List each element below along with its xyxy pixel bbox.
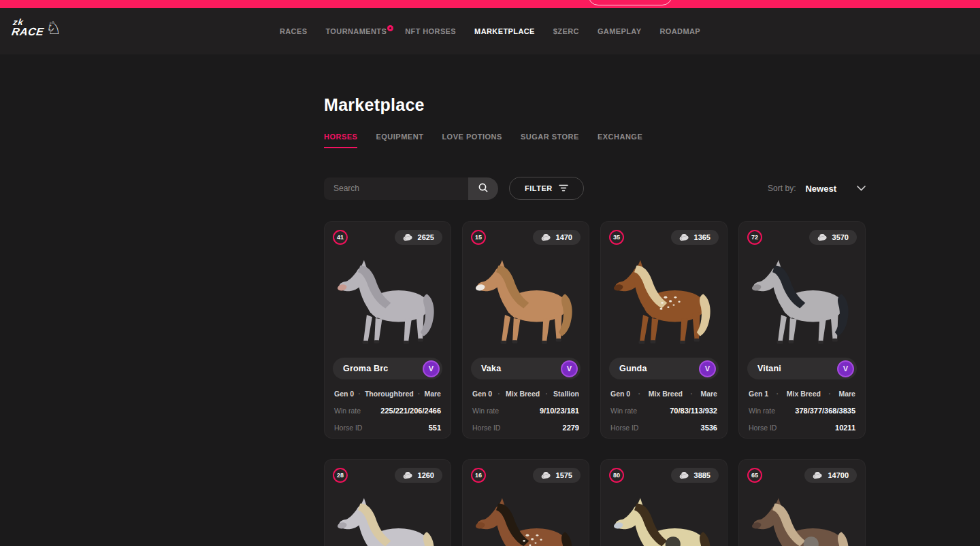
coin-icon: [679, 472, 689, 479]
verified-badge: V: [423, 360, 440, 377]
promo-banner: $ZERC Air Drop CLAIM NOW: [0, 0, 980, 8]
win-rate-row: Win rate 225/221/206/2466: [333, 407, 442, 415]
nav-item-roadmap[interactable]: ROADMAP: [659, 27, 700, 35]
win-rate-label: Win rate: [610, 407, 637, 415]
horse-meta-row: Gen 0 · Mix Breed · Mare: [609, 390, 719, 398]
horse-image: [471, 245, 581, 355]
horse-image: [747, 483, 857, 546]
filter-button[interactable]: FILTER: [509, 177, 584, 200]
horse-sex: Mare: [424, 390, 441, 398]
coin-icon: [679, 234, 689, 241]
marketplace-tabs: HORSESEQUIPMENTLOVE POTIONSSUGAR STOREEX…: [324, 133, 866, 148]
horse-card[interactable]: 35 1365: [600, 221, 728, 439]
nav-item-gameplay[interactable]: GAMEPLAY: [598, 27, 642, 35]
horse-card-grid: 41 2625: [324, 221, 866, 546]
horse-meta-row: Gen 1 · Mix Breed · Mare: [747, 390, 857, 398]
horse-card[interactable]: 16 1575: [462, 459, 589, 546]
horse-id-row: Horse ID 551: [333, 424, 442, 432]
verified-badge: V: [561, 360, 578, 377]
sort-by-label: Sort by:: [768, 184, 796, 193]
logo-text-race: RACE: [11, 27, 45, 37]
horse-name-pill: Vitani V: [747, 358, 857, 379]
horse-name-pill: Gunda V: [609, 358, 719, 379]
separator-dot: ·: [358, 390, 360, 398]
price-pill: 2625: [395, 230, 442, 245]
nav-item-tournaments[interactable]: TOURNAMENTS: [325, 27, 387, 35]
horse-id-value: 551: [429, 424, 441, 432]
tab-horses[interactable]: HORSES: [324, 133, 357, 148]
horse-name: Vaka: [481, 364, 561, 373]
toolbar: FILTER Sort by: Newest: [324, 177, 866, 200]
tab-exchange[interactable]: EXCHANGE: [598, 133, 642, 148]
horse-breed: Thoroughbred: [365, 390, 414, 398]
horse-name-pill: Vaka V: [471, 358, 581, 379]
sort-value[interactable]: Newest: [805, 184, 836, 194]
win-rate-row: Win rate 70/83/113/932: [609, 407, 719, 415]
coin-icon: [541, 472, 551, 479]
horse-gen: Gen 0: [610, 390, 630, 398]
search-button[interactable]: [468, 177, 498, 200]
horse-meta-row: Gen 0 · Mix Breed · Stallion: [471, 390, 581, 398]
verified-badge: V: [699, 360, 716, 377]
separator-dot: ·: [691, 390, 693, 398]
horse-image: [747, 245, 857, 355]
level-badge: 16: [471, 468, 486, 483]
nav-item-races[interactable]: RACES: [280, 27, 308, 35]
separator-dot: ·: [638, 390, 640, 398]
tab-sugar-store[interactable]: SUGAR STORE: [521, 133, 579, 148]
horse-meta-row: Gen 0 · Thoroughbred · Mare: [333, 390, 442, 398]
level-badge: 35: [609, 230, 624, 245]
zkrace-logo[interactable]: zk RACE ♘: [11, 18, 63, 37]
level-badge: 72: [747, 230, 762, 245]
horse-card[interactable]: 80 3885: [600, 459, 728, 546]
chevron-down-icon[interactable]: [857, 186, 866, 191]
horse-image: [609, 245, 719, 355]
horse-name: Groma Brc: [343, 364, 423, 373]
win-rate-label: Win rate: [472, 407, 499, 415]
horse-card[interactable]: 65 14700: [738, 459, 866, 546]
horse-card[interactable]: 15 1470: [462, 221, 589, 439]
horse-name-pill: Groma Brc V: [333, 358, 442, 379]
horse-sex: Mare: [700, 390, 717, 398]
coin-icon: [813, 472, 823, 479]
horse-id-label: Horse ID: [749, 424, 777, 432]
top-navbar: zk RACE ♘ RACESTOURNAMENTSNFT HORSESMARK…: [0, 8, 980, 54]
horse-id-row: Horse ID 10211: [747, 424, 857, 432]
win-rate-row: Win rate 378/377/368/3835: [747, 407, 857, 415]
horse-sex: Stallion: [553, 390, 579, 398]
horse-card[interactable]: 41 2625: [324, 221, 451, 439]
price-pill: 14700: [804, 468, 857, 483]
nav-menu: RACESTOURNAMENTSNFT HORSESMARKETPLACE$ZE…: [280, 27, 700, 35]
horse-id-label: Horse ID: [610, 424, 638, 432]
search-icon: [478, 182, 489, 195]
page-title: Marketplace: [324, 95, 866, 115]
horse-image: [333, 245, 442, 355]
horse-card[interactable]: 28 1260: [324, 459, 451, 546]
separator-dot: ·: [418, 390, 420, 398]
horse-image: [333, 483, 442, 546]
separator-dot: ·: [545, 390, 547, 398]
tab-equipment[interactable]: EQUIPMENT: [376, 133, 423, 148]
nav-item--zerc[interactable]: $ZERC: [553, 27, 579, 35]
win-rate-label: Win rate: [334, 407, 361, 415]
tab-love-potions[interactable]: LOVE POTIONS: [442, 133, 502, 148]
win-rate-row: Win rate 9/10/23/181: [471, 407, 581, 415]
horse-name: Gunda: [619, 364, 699, 373]
win-rate-label: Win rate: [749, 407, 775, 415]
filter-button-label: FILTER: [525, 184, 553, 192]
coin-icon: [817, 234, 828, 241]
horse-id-row: Horse ID 2279: [471, 424, 581, 432]
price-pill: 3885: [671, 468, 719, 483]
nav-item-nft-horses[interactable]: NFT HORSES: [405, 27, 456, 35]
win-rate-value: 70/83/113/932: [670, 407, 717, 415]
separator-dot: ·: [777, 390, 779, 398]
separator-dot: ·: [829, 390, 831, 398]
horse-image: [471, 483, 581, 546]
claim-now-button[interactable]: CLAIM NOW: [588, 0, 672, 5]
search-bar: [324, 177, 498, 200]
price-pill: 1260: [395, 468, 442, 483]
search-input[interactable]: [324, 177, 468, 200]
horse-card[interactable]: 72 3570: [738, 221, 866, 439]
horse-gen: Gen 0: [334, 390, 354, 398]
nav-item-marketplace[interactable]: MARKETPLACE: [474, 27, 535, 35]
